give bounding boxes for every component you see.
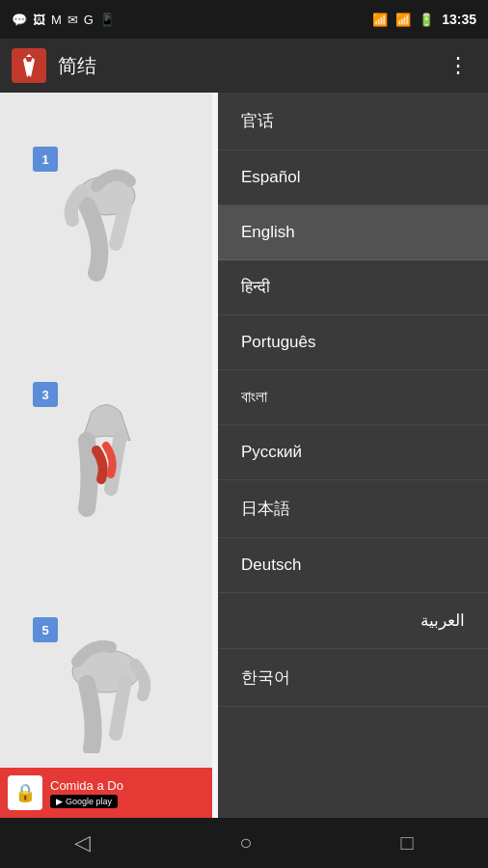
app-title: 简结: [58, 53, 428, 79]
gmail-icon: M: [51, 13, 62, 27]
ad-icon: 🔒: [8, 775, 42, 810]
google-play-badge: ▶ Google play: [50, 795, 118, 808]
mobile-icon: 📱: [99, 13, 115, 27]
lock-icon: 🔒: [14, 782, 36, 803]
lang-russian-item[interactable]: Русский: [218, 425, 488, 480]
step-badge-1: 1: [33, 147, 58, 172]
signal-icon: 📶: [395, 13, 411, 27]
tie-step-1: 1: [19, 143, 193, 297]
email-icon: ✉: [68, 13, 78, 27]
ad-text-area: Comida a Do ▶ Google play: [50, 778, 204, 808]
lang-portuguese-item[interactable]: Português: [218, 315, 488, 370]
status-bar: 💬 🖼 M ✉ G 📱 📶 📶 🔋 13:35: [0, 0, 488, 39]
language-dropdown-menu: 官话 Español English हिन्दी Português বাংল…: [218, 93, 488, 818]
back-button[interactable]: ◁: [51, 823, 114, 863]
step-badge-3: 3: [33, 382, 58, 407]
tie-step-3: 3: [19, 378, 193, 532]
app-logo: [12, 48, 46, 83]
ad-banner[interactable]: 🔒 Comida a Do ▶ Google play: [0, 768, 212, 818]
play-icon: ▶: [56, 797, 63, 806]
lang-spanish-item[interactable]: Español: [218, 150, 488, 205]
navigation-bar: ◁ ○ □: [0, 818, 488, 868]
lang-hindi-item[interactable]: हिन्दी: [218, 260, 488, 315]
lang-japanese-item[interactable]: 日本語: [218, 480, 488, 538]
lang-mandarin-item[interactable]: 官话: [218, 93, 488, 150]
status-icons: 💬 🖼 M ✉ G 📱: [12, 13, 115, 27]
battery-icon: 🔋: [419, 13, 434, 27]
ad-badge: ▶ Google play: [50, 795, 204, 808]
step-badge-5: 5: [33, 617, 58, 642]
lang-korean-item[interactable]: 한국어: [218, 649, 488, 707]
image-icon: 🖼: [33, 13, 45, 27]
recents-button[interactable]: □: [378, 823, 437, 863]
tie-illustration: 1 3 5: [0, 93, 212, 818]
lang-german-item[interactable]: Deutsch: [218, 538, 488, 593]
wifi-icon: 📶: [372, 13, 388, 27]
home-button[interactable]: ○: [216, 823, 275, 863]
tie-step-5: 5: [19, 613, 193, 768]
status-time: 13:35: [442, 12, 476, 27]
lang-arabic-item[interactable]: العربية: [218, 593, 488, 649]
overflow-menu-button[interactable]: ⋮: [440, 45, 476, 86]
lang-english-item[interactable]: English: [218, 205, 488, 260]
google-icon: G: [84, 13, 94, 27]
main-content: 1 3 5: [0, 93, 488, 818]
app-bar: 简结 ⋮: [0, 39, 488, 93]
whatsapp-icon: 💬: [12, 13, 27, 27]
lang-bengali-item[interactable]: বাংলা: [218, 370, 488, 425]
ad-title: Comida a Do: [50, 778, 204, 793]
